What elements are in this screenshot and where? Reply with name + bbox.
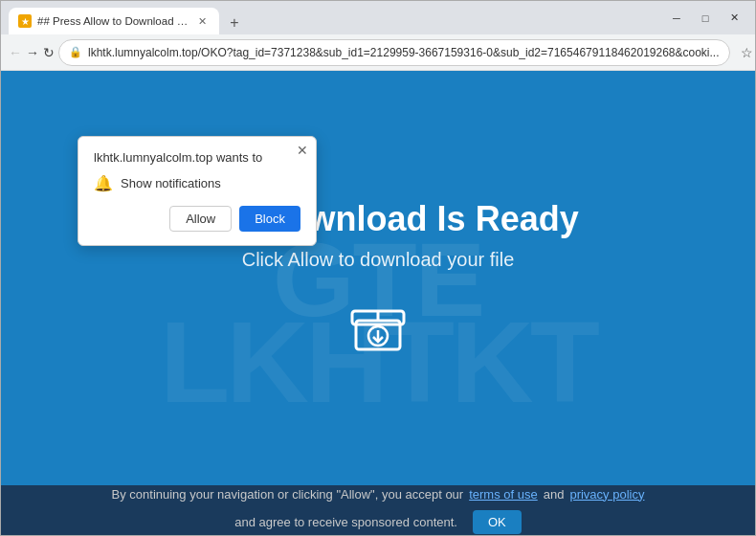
bottom-text-after: and agree to receive sponsored content. — [234, 515, 457, 529]
restore-button[interactable]: □ — [692, 9, 719, 28]
popup-close-button[interactable]: ✕ — [297, 143, 308, 158]
bell-icon: 🔔 — [94, 174, 113, 192]
toolbar: ← → ↻ 🔒 lkhtk.lumnyalcolm.top/OKO?tag_id… — [1, 34, 755, 71]
block-button[interactable]: Block — [239, 206, 300, 232]
bottom-text-middle: and — [544, 487, 565, 502]
terms-link[interactable]: terms of use — [469, 487, 538, 502]
bottom-bar: By continuing your navigation or clickin… — [1, 485, 755, 535]
bookmark-button[interactable]: ☆ — [734, 39, 756, 66]
page-content: GTE LKHTKT Your Download Is Ready Click … — [1, 71, 755, 485]
popup-title: lkhtk.lumnyalcolm.top wants to — [94, 150, 300, 165]
download-icon — [345, 290, 411, 357]
minimize-button[interactable]: ─ — [663, 9, 690, 28]
ok-button[interactable]: OK — [473, 510, 522, 534]
title-bar: ★ ## Press Allow to Download ## ✕ + ─ □ … — [1, 1, 755, 34]
bottom-text-before: By continuing your navigation or clickin… — [112, 487, 464, 502]
tab-title: ## Press Allow to Download ## — [37, 15, 189, 27]
window-controls: ─ □ ✕ — [663, 9, 747, 28]
notification-row: 🔔 Show notifications — [94, 174, 300, 192]
close-button[interactable]: ✕ — [721, 9, 747, 28]
notification-buttons: Allow Block — [94, 206, 300, 232]
toolbar-actions: ☆ ● ⋮ — [734, 39, 756, 66]
new-tab-button[interactable]: + — [223, 11, 246, 34]
notification-popup: ✕ lkhtk.lumnyalcolm.top wants to 🔔 Show … — [78, 136, 317, 246]
address-bar[interactable]: 🔒 lkhtk.lumnyalcolm.top/OKO?tag_id=73712… — [58, 39, 730, 66]
address-text: lkhtk.lumnyalcolm.top/OKO?tag_id=7371238… — [88, 46, 720, 59]
forward-button[interactable]: → — [26, 39, 39, 66]
privacy-link[interactable]: privacy policy — [569, 487, 644, 502]
browser-window: ★ ## Press Allow to Download ## ✕ + ─ □ … — [0, 0, 756, 536]
notification-label: Show notifications — [121, 176, 221, 190]
page-subheading: Click Allow to download your file — [177, 249, 578, 271]
browser-tab[interactable]: ★ ## Press Allow to Download ## ✕ — [9, 8, 219, 34]
tab-favicon: ★ — [18, 14, 32, 28]
tab-strip: ★ ## Press Allow to Download ## ✕ + — [9, 1, 659, 34]
allow-button[interactable]: Allow — [169, 206, 232, 232]
reload-button[interactable]: ↻ — [43, 39, 55, 66]
back-button[interactable]: ← — [9, 39, 22, 66]
download-svg — [345, 290, 411, 357]
lock-icon: 🔒 — [69, 46, 82, 58]
tab-close-button[interactable]: ✕ — [194, 13, 210, 29]
